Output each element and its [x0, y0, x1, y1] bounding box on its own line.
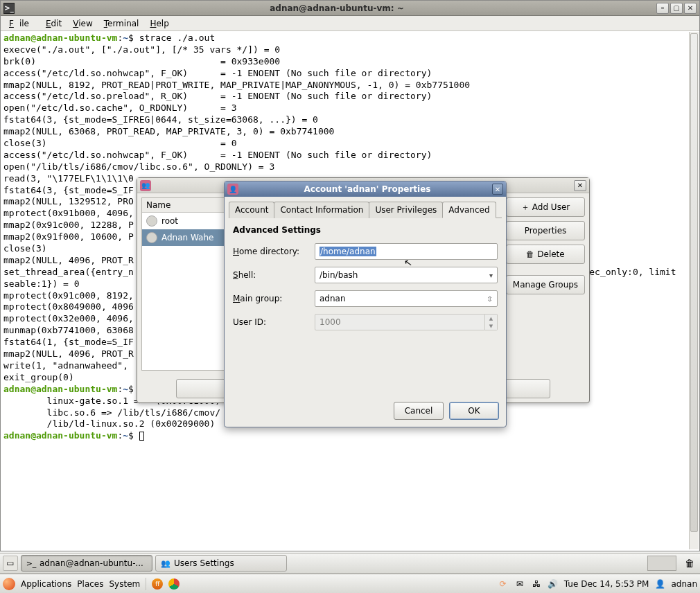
menu-terminal[interactable]: Terminal [98, 17, 145, 30]
chrome-icon[interactable] [168, 578, 180, 590]
cancel-button[interactable]: Cancel [394, 402, 444, 420]
titlebar: >_ adnan@adnan-ubuntu-vm: ~ – ▢ ✕ [1, 1, 699, 16]
user-label[interactable]: adnan [671, 579, 697, 589]
shell-label: Shell: [233, 270, 315, 280]
menubar: File Edit View Terminal Help [1, 16, 699, 31]
menu-system[interactable]: System [109, 579, 140, 589]
user-menu-icon[interactable]: 👤 [654, 578, 665, 590]
tabs: Account Contact Information User Privile… [229, 201, 502, 218]
users-close-button[interactable]: ✕ [574, 180, 586, 191]
avatar-icon [146, 215, 157, 227]
trash-icon[interactable]: 🗑 [682, 556, 697, 571]
workspace-switcher[interactable] [647, 556, 676, 571]
update-icon[interactable]: ⟳ [498, 578, 509, 590]
task-button[interactable]: >_adnan@adnan-ubuntu-... [21, 555, 152, 572]
home-directory-input[interactable]: /home/adnan [315, 243, 498, 260]
delete-user-button[interactable]: 🗑Delete [506, 245, 585, 264]
props-titlebar: 👤 Account 'adnan' Properties ✕ [225, 182, 506, 197]
menu-help[interactable]: Help [144, 17, 174, 30]
tab-account[interactable]: Account [229, 202, 274, 218]
ok-button[interactable]: OK [449, 402, 499, 420]
window-list-panel: ▭ >_adnan@adnan-ubuntu-...👥Users Setting… [0, 553, 700, 574]
home-label: Home directory: [233, 247, 315, 256]
manage-groups-button[interactable]: Manage Groups [506, 275, 585, 294]
users-icon: 👥 [140, 180, 151, 191]
user-id-spinner: 1000 ▲▼ [315, 314, 498, 330]
add-user-button[interactable]: ＋Add User [506, 197, 585, 217]
menu-applications[interactable]: Applications [21, 579, 71, 589]
spinner-down-icon: ▼ [485, 322, 497, 330]
minimize-button[interactable]: – [656, 3, 669, 14]
volume-icon[interactable]: 🔊 [548, 578, 559, 590]
account-properties-dialog: 👤 Account 'adnan' Properties ✕ Account C… [224, 181, 507, 427]
task-icon: 👥 [160, 558, 171, 569]
trash-icon: 🗑 [526, 249, 534, 259]
gnome-panel: Applications Places System ff ⟳ ✉ 🖧 🔊 Tu… [0, 574, 700, 593]
shell-combo[interactable]: /bin/bash ▾ [315, 267, 498, 283]
section-title: Advanced Settings [233, 225, 498, 235]
tab-advanced[interactable]: Advanced [442, 202, 496, 218]
scrollbar[interactable] [689, 32, 699, 549]
user-icon: 👤 [227, 184, 238, 195]
props-title: Account 'adnan' Properties [243, 184, 492, 194]
menu-view[interactable]: View [67, 17, 98, 30]
uid-label: User ID: [233, 317, 315, 327]
tab-contact[interactable]: Contact Information [274, 202, 369, 218]
plus-icon: ＋ [521, 202, 530, 213]
group-label: Main group: [233, 294, 315, 303]
window-title: adnan@adnan-ubuntu-vm: ~ [19, 3, 655, 13]
props-close-button[interactable]: ✕ [492, 184, 503, 195]
spinner-up-icon: ▲ [485, 315, 497, 322]
task-button[interactable]: 👥Users Settings [155, 555, 287, 572]
chevron-down-icon: ▾ [489, 272, 493, 279]
task-icon: >_ [26, 558, 37, 569]
scrollbar-thumb[interactable] [690, 33, 698, 532]
avatar-icon [146, 232, 157, 243]
main-group-combo[interactable]: adnan ⇳ [315, 290, 498, 307]
network-icon[interactable]: 🖧 [531, 578, 542, 590]
properties-button[interactable]: Properties [506, 221, 585, 240]
menu-edit[interactable]: Edit [40, 17, 67, 30]
clock[interactable]: Tue Dec 14, 5:53 PM [564, 579, 649, 589]
firefox-icon[interactable]: ff [152, 578, 163, 590]
terminal-icon: >_ [3, 3, 15, 14]
close-button[interactable]: ✕ [684, 3, 697, 14]
mail-icon[interactable]: ✉ [514, 578, 525, 590]
maximize-button[interactable]: ▢ [670, 3, 683, 14]
menu-file[interactable]: File [3, 17, 40, 30]
chevron-updown-icon: ⇳ [487, 295, 493, 303]
tab-privileges[interactable]: User Privileges [369, 202, 443, 218]
menu-places[interactable]: Places [77, 579, 103, 589]
show-desktop-button[interactable]: ▭ [3, 556, 18, 571]
ubuntu-logo-icon[interactable] [3, 578, 15, 590]
